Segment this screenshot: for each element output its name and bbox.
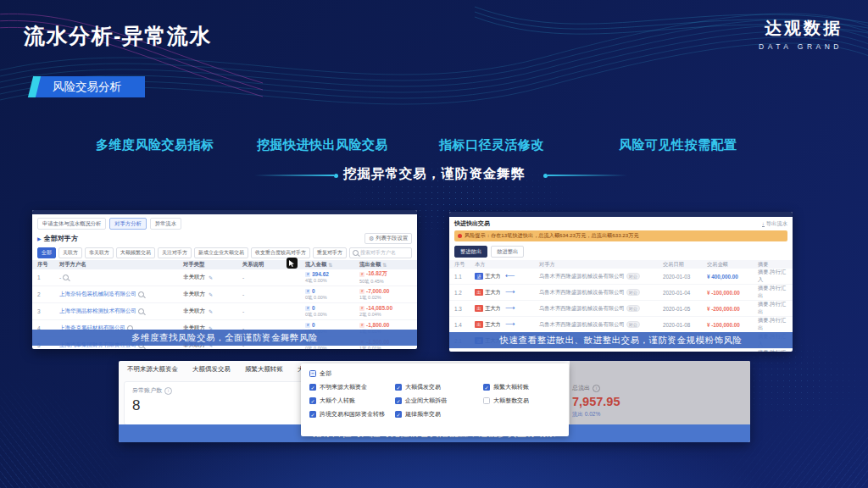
sort-icon[interactable]: ⇅ <box>328 262 332 268</box>
brand-logo-en: DATA GRAND <box>759 42 843 51</box>
direction-badge: 出 <box>475 305 483 312</box>
option-item[interactable]: 大额整数交易 <box>483 396 560 405</box>
outflow-icon: ¥ <box>359 323 364 328</box>
brand-logo-cn: 达观数据 <box>759 17 843 40</box>
download-icon: ↓ <box>762 221 765 227</box>
inflow-icon: ¥ <box>305 323 310 328</box>
flow-arrow-icon <box>505 322 515 327</box>
edit-icon[interactable]: ✎ <box>209 291 213 297</box>
caret-icon[interactable]: ▶ <box>37 236 42 241</box>
search-icon[interactable] <box>63 274 69 280</box>
toggle-scatter-in-whole-out[interactable]: 散进整出 <box>491 246 524 258</box>
checkbox[interactable] <box>309 397 316 404</box>
tab-counterparty-analysis[interactable]: 对手方分析 <box>109 218 146 230</box>
checkbox[interactable] <box>483 384 490 391</box>
outflow-icon: ¥ <box>359 306 364 311</box>
search-icon[interactable] <box>138 308 144 314</box>
tab-bar: 申请主体与流水概况分析 对手方分析 异常流水 <box>32 214 417 231</box>
total-outflow-stat: 总流出i 7,957.95 流出 0.02% <box>572 384 620 419</box>
corporate-badge: 对公 <box>626 321 640 328</box>
search-placeholder: 搜索对手方户名 <box>360 249 396 257</box>
search-input[interactable]: 搜索对手方户名 <box>349 247 412 258</box>
option-item[interactable]: 企业间大额拆借 <box>395 396 480 405</box>
checkbox[interactable] <box>483 397 490 404</box>
column-settings-button[interactable]: ⚙ 列表字段设置 <box>364 233 412 244</box>
corporate-badge: 对公 <box>626 273 640 280</box>
tab-frequent-large-transfer[interactable]: 频繁大额转账 <box>245 365 283 374</box>
tab-subject-flow-analysis[interactable]: 申请主体与流水概况分析 <box>37 218 106 230</box>
tab-unknown-source-funds[interactable]: 不明来源大额资金 <box>127 365 178 374</box>
edit-icon[interactable]: ✎ <box>209 274 213 280</box>
inflow-icon: ¥ <box>305 306 310 311</box>
table-row[interactable]: 1.2 出王大力 乌鲁木齐西隆盛源机械设备有限公司对公 2020-01-04 ¥… <box>449 285 793 301</box>
section-badge: 风险交易分析 <box>36 76 145 97</box>
indicator-config-screenshot: 不明来源大额资金 大额偶发交易 频繁大额转账 大额个人转账 异常账户数i 8 总… <box>119 361 750 442</box>
checkbox[interactable] <box>309 384 316 391</box>
tab-fast-in-out[interactable]: 快进快出交易 <box>454 219 490 228</box>
filter-watched[interactable]: 关注对手方 <box>158 247 192 258</box>
section-title: 全部对手方 <box>44 234 78 243</box>
flow-arrow-icon <box>505 290 515 295</box>
option-item[interactable]: 跨境交易和国际资金转移 <box>309 410 392 419</box>
direction-badge: 进 <box>475 273 483 280</box>
table-row[interactable]: 3 上海华测品标检测技术有限公司 非关联方✎ - ¥00笔 0.00% ¥-14… <box>32 303 417 320</box>
checkbox[interactable] <box>395 411 402 418</box>
feature-label-4: 风险可见性按需配置 <box>619 137 737 153</box>
table-row[interactable]: 1 - 非关联方✎ - ¥394.624笔 0.00% ¥-16.82万50笔 … <box>32 269 417 286</box>
checkbox[interactable] <box>395 397 402 404</box>
tagline: 挖掘异常交易，谨防资金舞弊 <box>0 165 868 183</box>
filter-large-frequent[interactable]: 大额频繁交易 <box>116 247 155 258</box>
option-item[interactable]: 频繁大额转账 <box>483 383 560 391</box>
filter-duplicate[interactable]: 重复对手方 <box>313 247 347 258</box>
brand-logo: 达观数据 DATA GRAND <box>759 17 843 51</box>
table-row[interactable]: 1.3 出王大力 乌鲁木齐西隆盛源机械设备有限公司对公 2020-01-05 ¥… <box>449 301 793 317</box>
hatch-decoration <box>0 378 136 488</box>
option-item[interactable]: 大额偶发交易 <box>395 383 480 391</box>
feature-label-2: 挖掘快进快出风险交易 <box>257 137 388 153</box>
table-row[interactable]: 2 上海奈特包装机械制造有限公司 非关联方✎ - ¥00笔 0.00% ¥-7,… <box>32 286 417 303</box>
info-icon[interactable]: i <box>593 385 600 392</box>
info-icon[interactable]: i <box>164 387 172 395</box>
table-row[interactable]: 1.1 进王大力 乌鲁木齐西隆盛源机械设备有限公司对公 2020-01-03 ¥… <box>449 269 793 285</box>
slide: 流水分析-异常流水 达观数据 DATA GRAND 风险交易分析 多维度风险交易… <box>0 0 868 488</box>
flow-arrow-icon <box>505 306 515 311</box>
outflow-icon: ¥ <box>359 272 364 277</box>
table-row[interactable]: 1.4 出王大力 乌鲁木齐西隆盛源机械设备有限公司对公 2020-01-08 ¥… <box>449 317 793 333</box>
option-all[interactable]: 全部 <box>309 369 560 378</box>
edit-icon[interactable]: ✎ <box>209 308 213 314</box>
filter-new-company-large[interactable]: 新成立企业大额交易 <box>194 247 248 258</box>
table-row[interactable]: 2.2 出王大力 乌鲁木齐西隆盛源机械设备有限公司对公 2020-01-14 ¥… <box>449 349 793 352</box>
tab-occasional-large[interactable]: 大额偶发交易 <box>192 365 231 374</box>
counterparty-link[interactable]: 上海华测品标检测技术有限公司 <box>59 308 136 315</box>
option-item[interactable]: 规律频率交易 <box>395 410 480 419</box>
option-item[interactable]: 不明来源大额资金 <box>309 383 392 391</box>
counterparty-analysis-screenshot: 申请主体与流水概况分析 对手方分析 异常流水 ▶ 全部对手方 ⚙ 列表字段设置 … <box>32 210 417 349</box>
filter-unrelated[interactable]: 非关联方 <box>85 247 114 258</box>
checkbox[interactable] <box>395 384 402 391</box>
counterparty-link[interactable]: 上海奈特包装机械制造有限公司 <box>59 291 136 298</box>
inflow-icon: ¥ <box>305 272 310 277</box>
sort-icon[interactable]: ⇅ <box>382 262 387 268</box>
left-caption: 多维度查找风险交易，全面谨防资金舞弊风险 <box>32 330 417 346</box>
table-header: 序号 本方 对手方 交易日期 交易金额 摘要 <box>449 260 793 269</box>
search-icon[interactable] <box>138 291 144 297</box>
toggle-whole-in-scatter-out[interactable]: 整进散出 <box>454 246 487 258</box>
corporate-badge: 对公 <box>626 289 640 296</box>
fast-in-out-screenshot: 快进快出交易 ↓ 导出流水 风险提示：存在13笔快进快出，总流入额634.23万… <box>449 212 793 352</box>
feature-label-1: 多维度风险交易指标 <box>96 137 214 153</box>
filter-related[interactable]: 关联方 <box>58 247 82 258</box>
checkbox-indeterminate[interactable] <box>309 370 316 377</box>
option-item[interactable]: 大额个人转账 <box>309 396 392 405</box>
risk-alert-banner: 风险提示：存在13笔快进快出，总流入额634.23万元，总流出额633.23万元 <box>454 230 787 241</box>
export-button[interactable]: ↓ 导出流水 <box>762 220 787 228</box>
alert-dot-icon <box>458 234 462 238</box>
connector-line-right <box>548 175 627 176</box>
checkbox[interactable] <box>309 411 316 418</box>
filter-overlap[interactable]: 收支重合度较高对手方 <box>251 247 310 258</box>
filter-all[interactable]: 全部 <box>37 247 56 258</box>
gear-icon: ⚙ <box>369 236 374 242</box>
corporate-badge: 对公 <box>626 305 640 312</box>
indicator-dropdown-panel: 全部 不明来源大额资金 大额偶发交易 频繁大额转账 大额个人转账 企业间大额拆借… <box>301 363 569 436</box>
tab-abnormal-flow[interactable]: 异常流水 <box>150 218 181 230</box>
table-header: 序号 对手方户名 对手类型 关系说明 流入金额⇅ 流出金额⇅ <box>32 260 417 269</box>
